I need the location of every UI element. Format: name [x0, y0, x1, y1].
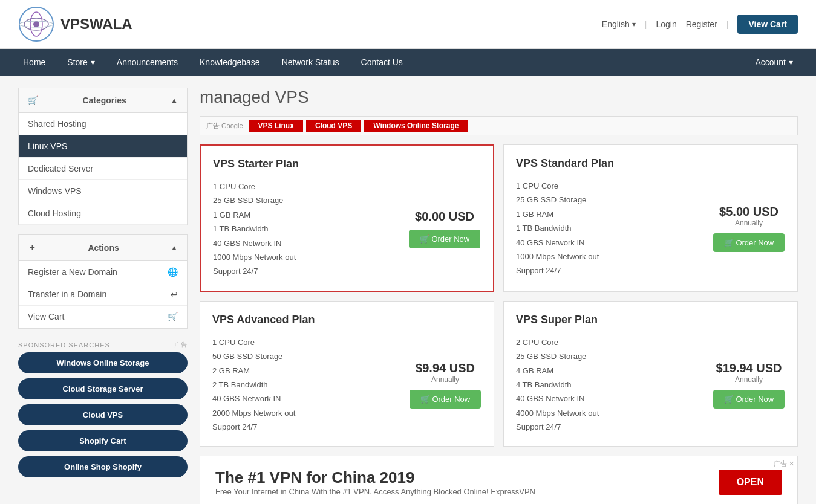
windows-vps-label: Windows VPS	[28, 186, 82, 196]
feature: Support 24/7	[212, 420, 295, 434]
sidebar-item-cloud-hosting[interactable]: Cloud Hosting	[19, 202, 187, 225]
bottom-ad-text: The #1 VPN for China 2019 Free Your Inte…	[215, 468, 535, 496]
plan-card-super: VPS Super Plan 2 CPU Core 25 GB SSD Stor…	[503, 301, 798, 447]
cloud-hosting-label: Cloud Hosting	[28, 208, 81, 218]
nav-account[interactable]: Account ▾	[744, 49, 804, 76]
register-domain-label: Register a New Domain	[28, 267, 117, 277]
sidebar: 🛒 Categories ▲ Shared Hosting Linux VPS …	[18, 88, 188, 504]
plan-pricing-standard: $5.00 USD Annually 🛒 Order Now	[713, 205, 785, 252]
cart-icon: 🛒	[168, 312, 178, 321]
linux-vps-label: Linux VPS	[28, 141, 67, 151]
sidebar-item-register-domain[interactable]: Register a New Domain 🌐	[19, 261, 187, 283]
nav-knowledgebase[interactable]: Knowledgebase	[189, 49, 271, 76]
sidebar-item-view-cart[interactable]: View Cart 🛒	[19, 306, 187, 328]
feature: 40 GBS Network IN	[213, 236, 296, 250]
feature: 1 GB RAM	[516, 207, 599, 221]
google-ads-icon: 广告 Google	[206, 121, 243, 131]
ad-banner: 广告 Google VPS Linux Cloud VPS Windows On…	[200, 116, 798, 135]
feature: 2000 Mbps Network out	[212, 406, 295, 420]
ad-tabs: VPS Linux Cloud VPS Windows Online Stora…	[249, 120, 791, 132]
sidebar-item-dedicated-server[interactable]: Dedicated Server	[19, 158, 187, 180]
plan-price-advanced: $9.94 USD	[409, 361, 481, 375]
top-bar: VPSWALA English ▾ | Login Register | Vie…	[0, 0, 816, 49]
bottom-ad-open-button[interactable]: OPEN	[719, 470, 782, 495]
bottom-ad-description: Free Your Internet in China With the #1 …	[215, 487, 535, 496]
bottom-ad-title: The #1 VPN for China 2019	[215, 468, 535, 487]
sponsored-cloud-storage[interactable]: Cloud Storage Server	[18, 378, 188, 399]
feature: Support 24/7	[516, 420, 599, 434]
chevron-down-icon: ▾	[632, 20, 636, 28]
order-now-super[interactable]: 🛒 Order Now	[713, 390, 785, 409]
plan-card-standard: VPS Standard Plan 1 CPU Core 25 GB SSD S…	[503, 144, 798, 292]
ad-tab-windows-storage[interactable]: Windows Online Storage	[364, 120, 468, 132]
nav-announcements[interactable]: Announcements	[106, 49, 189, 76]
plan-features-advanced: 1 CPU Core 50 GB SSD Storage 2 GB RAM 2 …	[212, 335, 295, 435]
plan-card-advanced: VPS Advanced Plan 1 CPU Core 50 GB SSD S…	[200, 301, 494, 447]
bottom-ad: 广告 ✕ The #1 VPN for China 2019 Free Your…	[200, 456, 798, 504]
svg-point-3	[33, 21, 39, 27]
plan-price-super: $19.94 USD	[713, 361, 785, 375]
categories-label: Categories	[82, 95, 126, 105]
english-dropdown[interactable]: English ▾	[602, 19, 636, 29]
content-area: managed VPS 广告 Google VPS Linux Cloud VP…	[200, 88, 798, 504]
transfer-icon: ↩	[171, 289, 178, 299]
sponsored-ad-icon: 广告	[174, 341, 188, 349]
nav-contact-us[interactable]: Contact Us	[350, 49, 414, 76]
sidebar-item-shared-hosting[interactable]: Shared Hosting	[19, 113, 187, 135]
order-now-starter[interactable]: 🛒 Order Now	[409, 230, 480, 248]
feature: 4 GB RAM	[516, 364, 599, 378]
sponsored-online-shop-shopify[interactable]: Online Shop Shopify	[18, 456, 188, 477]
view-cart-button[interactable]: View Cart	[737, 15, 798, 34]
feature: 4 TB Bandwidth	[516, 378, 599, 392]
feature: Support 24/7	[516, 263, 599, 277]
plan-card-starter: VPS Starter Plan 1 CPU Core 25 GB SSD St…	[200, 144, 494, 292]
plan-body-super: 2 CPU Core 25 GB SSD Storage 4 GB RAM 4 …	[516, 335, 785, 435]
store-chevron-icon: ▾	[91, 57, 95, 67]
nav-bar: Home Store ▾ Announcements Knowledgebase…	[0, 49, 816, 76]
nav-home[interactable]: Home	[12, 49, 56, 76]
sidebar-item-transfer-domain[interactable]: Transfer in a Domain ↩	[19, 283, 187, 306]
plan-body-standard: 1 CPU Core 25 GB SSD Storage 1 GB RAM 1 …	[516, 179, 785, 278]
feature: Support 24/7	[213, 264, 296, 278]
categories-icon: 🛒	[28, 95, 38, 105]
logo-text: VPSWALA	[60, 16, 132, 33]
ad-tab-vps-linux[interactable]: VPS Linux	[249, 120, 303, 132]
sidebar-item-linux-vps[interactable]: Linux VPS	[19, 135, 187, 158]
plan-pricing-starter: $0.00 USD 🛒 Order Now	[408, 210, 481, 248]
register-link[interactable]: Register	[686, 19, 717, 29]
plan-period-standard: Annually	[713, 219, 785, 227]
sidebar-item-windows-vps[interactable]: Windows VPS	[19, 180, 187, 202]
login-link[interactable]: Login	[656, 19, 676, 29]
feature: 4000 Mbps Network out	[516, 406, 599, 420]
order-now-standard[interactable]: 🛒 Order Now	[713, 233, 785, 252]
sponsored-windows-storage[interactable]: Windows Online Storage	[18, 352, 188, 373]
feature: 1000 Mbps Network out	[516, 250, 599, 263]
nav-store[interactable]: Store ▾	[56, 49, 105, 76]
feature: 40 GBS Network IN	[516, 236, 599, 250]
plan-title-starter: VPS Starter Plan	[213, 158, 481, 170]
sponsored-label: SPONSORED SEARCHES	[18, 341, 110, 349]
plans-grid: VPS Starter Plan 1 CPU Core 25 GB SSD St…	[200, 144, 798, 447]
plan-body-starter: 1 CPU Core 25 GB SSD Storage 1 GB RAM 1 …	[213, 179, 481, 279]
shared-hosting-label: Shared Hosting	[28, 119, 86, 129]
order-now-advanced[interactable]: 🛒 Order Now	[410, 390, 481, 409]
feature: 1 TB Bandwidth	[516, 221, 599, 235]
plan-title-standard: VPS Standard Plan	[516, 157, 785, 170]
top-actions: English ▾ | Login Register | View Cart	[602, 15, 798, 34]
plan-title-super: VPS Super Plan	[516, 314, 785, 326]
logo-area: VPSWALA	[18, 6, 132, 42]
ad-close-button[interactable]: 广告 ✕	[774, 459, 794, 468]
plan-period-advanced: Annually	[409, 375, 481, 384]
ad-tab-cloud-vps[interactable]: Cloud VPS	[306, 120, 361, 132]
plan-features-standard: 1 CPU Core 25 GB SSD Storage 1 GB RAM 1 …	[516, 179, 599, 278]
actions-plus-icon: ＋	[28, 242, 36, 253]
plan-price-standard: $5.00 USD	[713, 205, 785, 219]
globe-icon: 🌐	[168, 267, 178, 277]
feature: 1 CPU Core	[516, 179, 599, 193]
plan-price-starter: $0.00 USD	[408, 210, 481, 224]
sponsored-shopify-cart[interactable]: Shopify Cart	[18, 430, 188, 451]
account-chevron-icon: ▾	[789, 57, 793, 67]
sponsored-cloud-vps[interactable]: Cloud VPS	[18, 404, 188, 425]
divider2: |	[726, 19, 729, 29]
nav-network-status[interactable]: Network Status	[271, 49, 350, 76]
